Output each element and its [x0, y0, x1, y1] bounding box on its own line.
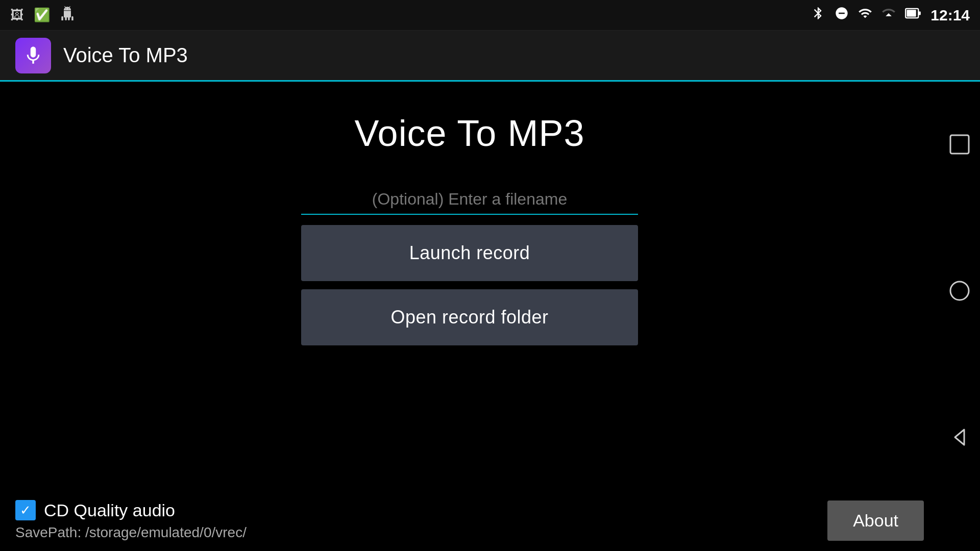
page-title: Voice To MP3: [355, 112, 585, 154]
app-icon: [15, 38, 51, 73]
svg-point-4: [950, 282, 969, 300]
bluetooth-icon: [811, 6, 825, 24]
svg-rect-1: [907, 10, 916, 17]
status-left-icons: 🖼 ✅: [10, 6, 75, 24]
cd-quality-row: ✓ CD Quality audio: [15, 500, 247, 520]
status-time: 12:14: [930, 7, 970, 24]
clipboard-icon: ✅: [34, 7, 50, 23]
wifi-icon: [858, 6, 872, 24]
main-content: Voice To MP3 Launch record Open record f…: [0, 82, 939, 354]
filename-input[interactable]: [301, 185, 638, 215]
status-bar: 🖼 ✅: [0, 0, 980, 31]
svg-rect-3: [950, 135, 969, 154]
signal-icon: [881, 6, 896, 24]
nav-buttons: [939, 31, 980, 551]
app-bar: Voice To MP3: [0, 31, 980, 82]
about-button[interactable]: About: [827, 500, 924, 541]
image-icon: 🖼: [10, 7, 23, 23]
cd-quality-label: CD Quality audio: [44, 500, 175, 520]
app-bar-title: Voice To MP3: [63, 44, 188, 67]
bottom-bar: ✓ CD Quality audio SavePath: /storage/em…: [0, 490, 939, 551]
status-right-icons: 12:14: [811, 6, 970, 24]
bottom-left: ✓ CD Quality audio SavePath: /storage/em…: [15, 500, 247, 541]
svg-rect-2: [919, 12, 921, 15]
save-path: SavePath: /storage/emulated/0/vrec/: [15, 524, 247, 541]
open-folder-button[interactable]: Open record folder: [301, 289, 638, 345]
do-not-disturb-icon: [835, 6, 849, 24]
battery-icon: [905, 6, 921, 24]
svg-marker-5: [955, 430, 964, 445]
launch-record-button[interactable]: Launch record: [301, 225, 638, 281]
back-button[interactable]: [947, 424, 972, 450]
circle-button[interactable]: [947, 278, 972, 304]
android-icon: [60, 6, 75, 24]
cd-quality-checkbox[interactable]: ✓: [15, 500, 36, 520]
square-button[interactable]: [947, 132, 972, 157]
filename-input-wrapper: [301, 185, 638, 215]
